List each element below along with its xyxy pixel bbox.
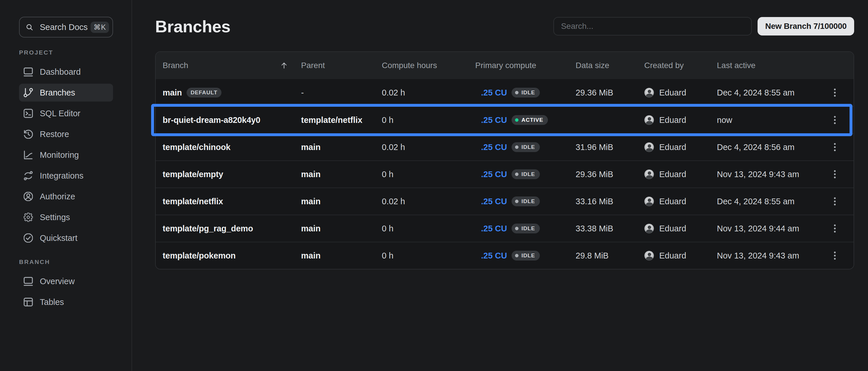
compute-hours: 0 h bbox=[382, 251, 475, 260]
main-content: Branches New Branch 7/100000 Branch Pare… bbox=[132, 0, 868, 371]
sidebar-item-quickstart[interactable]: Quickstart bbox=[19, 229, 113, 247]
avatar bbox=[644, 251, 654, 260]
tables-icon bbox=[24, 298, 33, 307]
row-menu-button[interactable] bbox=[832, 114, 838, 126]
default-badge: DEFAULT bbox=[187, 88, 221, 97]
app: Search Docs ⌘K PROJECTDashboardBranchesS… bbox=[0, 0, 868, 371]
table-row-br-quiet-dream-a820k4y0[interactable]: br-quiet-dream-a820k4y0template/netflix0… bbox=[156, 106, 854, 133]
parent-branch: main bbox=[301, 143, 382, 152]
shortcut-badge: ⌘K bbox=[91, 22, 109, 33]
branch-name: template/empty bbox=[163, 169, 223, 179]
branch-name: main bbox=[163, 88, 182, 97]
data-size: 31.96 MiB bbox=[576, 143, 644, 152]
sidebar: Search Docs ⌘K PROJECTDashboardBranchesS… bbox=[0, 0, 132, 371]
sidebar-item-dashboard[interactable]: Dashboard bbox=[19, 63, 113, 81]
column-header-primary-compute[interactable]: Primary compute bbox=[475, 61, 576, 70]
section-label: PROJECT bbox=[19, 49, 113, 56]
status-pill: ACTIVE bbox=[512, 115, 548, 125]
sidebar-item-integrations[interactable]: Integrations bbox=[19, 167, 113, 185]
sidebar-item-restore[interactable]: Restore bbox=[19, 125, 113, 143]
table-row-template/pokemon[interactable]: template/pokemonmain0 h.25 CUIDLE29.8 Mi… bbox=[156, 242, 854, 269]
sidebar-item-tables[interactable]: Tables bbox=[19, 293, 113, 311]
avatar bbox=[644, 224, 654, 234]
status-dot-icon bbox=[515, 199, 519, 203]
sidebar-item-monitoring[interactable]: Monitoring bbox=[19, 146, 113, 164]
column-header-last-active[interactable]: Last active bbox=[717, 61, 829, 70]
last-active: Dec 4, 2024 8:55 am bbox=[717, 88, 829, 97]
search-input[interactable] bbox=[553, 17, 752, 35]
new-branch-button[interactable]: New Branch 7/100000 bbox=[757, 17, 854, 35]
table-row-main[interactable]: mainDEFAULT-0.02 h.25 CUIDLE29.36 MiBEdu… bbox=[156, 79, 854, 106]
integrations-icon bbox=[24, 171, 33, 180]
column-header-branch[interactable]: Branch bbox=[163, 61, 301, 70]
table-row-template/empty[interactable]: template/emptymain0 h.25 CUIDLE29.36 MiB… bbox=[156, 160, 854, 187]
created-by: Eduard bbox=[644, 224, 717, 234]
compute-hours: 0.02 h bbox=[382, 197, 475, 206]
table-header: Branch Parent Compute hours Primary comp… bbox=[156, 52, 854, 79]
sidebar-item-sql-editor[interactable]: SQL Editor bbox=[19, 104, 113, 122]
overview-icon bbox=[24, 277, 33, 286]
status-pill: IDLE bbox=[512, 88, 539, 97]
column-header-created-by[interactable]: Created by bbox=[644, 61, 717, 70]
status-pill: IDLE bbox=[512, 142, 539, 152]
compute-units-link[interactable]: .25 CU bbox=[481, 115, 507, 125]
sidebar-item-label: Authorize bbox=[40, 192, 75, 202]
status-pill: IDLE bbox=[512, 196, 539, 206]
row-menu-button[interactable] bbox=[832, 86, 838, 99]
row-menu-button[interactable] bbox=[832, 249, 838, 262]
row-menu-button[interactable] bbox=[832, 195, 838, 208]
sql-editor-icon bbox=[24, 109, 33, 118]
parent-branch: main bbox=[301, 169, 382, 179]
avatar bbox=[644, 169, 654, 179]
sidebar-item-settings[interactable]: Settings bbox=[19, 208, 113, 226]
compute-units-link[interactable]: .25 CU bbox=[481, 143, 507, 152]
sidebar-item-label: Quickstart bbox=[40, 234, 78, 243]
column-header-parent[interactable]: Parent bbox=[301, 61, 382, 70]
settings-icon bbox=[24, 213, 33, 222]
compute-units-link[interactable]: .25 CU bbox=[481, 169, 507, 179]
created-by: Eduard bbox=[644, 196, 717, 206]
compute-units-link[interactable]: .25 CU bbox=[481, 88, 507, 97]
table-row-template/pg_rag_demo[interactable]: template/pg_rag_demomain0 h.25 CUIDLE33.… bbox=[156, 215, 854, 242]
status-dot-icon bbox=[515, 227, 519, 230]
table-row-template/netflix[interactable]: template/netflixmain0.02 h.25 CUIDLE33.1… bbox=[156, 187, 854, 215]
sidebar-item-label: Monitoring bbox=[40, 150, 79, 160]
avatar bbox=[644, 115, 654, 125]
restore-icon bbox=[24, 129, 33, 139]
parent-branch: main bbox=[301, 251, 382, 260]
compute-units-link[interactable]: .25 CU bbox=[481, 224, 507, 234]
branches-table: Branch Parent Compute hours Primary comp… bbox=[155, 51, 854, 270]
sidebar-item-label: Restore bbox=[40, 129, 69, 139]
sidebar-item-overview[interactable]: Overview bbox=[19, 272, 113, 290]
branch-name: template/chinook bbox=[163, 143, 230, 152]
compute-hours: 0 h bbox=[382, 115, 475, 125]
search-docs-button[interactable]: Search Docs ⌘K bbox=[19, 17, 113, 37]
row-menu-button[interactable] bbox=[832, 168, 838, 181]
column-header-data-size[interactable]: Data size bbox=[576, 61, 644, 70]
sidebar-item-label: SQL Editor bbox=[40, 109, 81, 118]
topbar: Branches New Branch 7/100000 bbox=[155, 17, 854, 36]
data-size: 33.38 MiB bbox=[576, 224, 644, 234]
last-active: Dec 4, 2024 8:55 am bbox=[717, 197, 829, 206]
compute-units-link[interactable]: .25 CU bbox=[481, 197, 507, 206]
status-pill: IDLE bbox=[512, 169, 539, 179]
status-dot-icon bbox=[515, 118, 519, 122]
creator-name: Eduard bbox=[659, 169, 686, 179]
last-active: Nov 13, 2024 9:44 am bbox=[717, 224, 829, 234]
compute-hours: 0.02 h bbox=[382, 143, 475, 152]
row-menu-button[interactable] bbox=[832, 141, 838, 153]
table-row-template/chinook[interactable]: template/chinookmain0.02 h.25 CUIDLE31.9… bbox=[156, 133, 854, 160]
column-header-compute-hours[interactable]: Compute hours bbox=[382, 61, 475, 70]
compute-units-link[interactable]: .25 CU bbox=[481, 251, 507, 260]
sidebar-item-branches[interactable]: Branches bbox=[19, 84, 113, 101]
row-menu-button[interactable] bbox=[832, 222, 838, 235]
sidebar-item-authorize[interactable]: Authorize bbox=[19, 187, 113, 206]
branches-icon bbox=[24, 88, 33, 97]
compute-hours: 0 h bbox=[382, 169, 475, 179]
data-size: 33.16 MiB bbox=[576, 197, 644, 206]
branch-name: template/netflix bbox=[163, 197, 223, 206]
quickstart-icon bbox=[24, 234, 33, 243]
branch-name: template/pokemon bbox=[163, 251, 236, 260]
created-by: Eduard bbox=[644, 88, 717, 97]
created-by: Eduard bbox=[644, 115, 717, 125]
